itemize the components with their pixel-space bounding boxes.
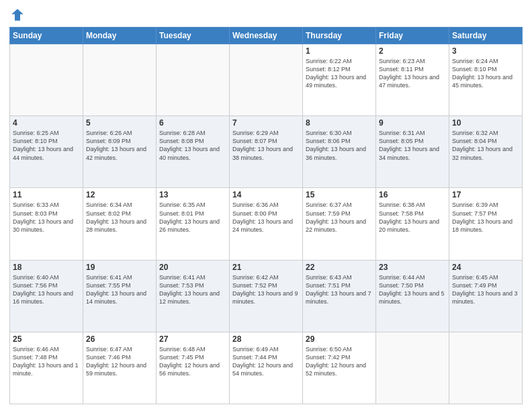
calendar-cell: 4Sunrise: 6:25 AM Sunset: 8:10 PM Daylig…: [10, 116, 83, 188]
weekday-header-row: SundayMondayTuesdayWednesdayThursdayFrid…: [10, 28, 523, 44]
day-number: 10: [452, 118, 519, 128]
day-number: 6: [159, 118, 226, 128]
day-number: 16: [379, 190, 446, 199]
calendar-cell: 26Sunrise: 6:47 AM Sunset: 7:46 PM Dayli…: [83, 332, 157, 404]
day-number: 24: [452, 263, 519, 272]
day-info: Sunrise: 6:50 AM Sunset: 7:42 PM Dayligh…: [306, 345, 373, 378]
calendar-cell: 17Sunrise: 6:39 AM Sunset: 7:57 PM Dayli…: [449, 188, 523, 260]
calendar-cell: 5Sunrise: 6:26 AM Sunset: 8:09 PM Daylig…: [83, 116, 157, 188]
calendar-cell: [10, 44, 83, 116]
calendar-cell: 24Sunrise: 6:45 AM Sunset: 7:49 PM Dayli…: [449, 260, 523, 332]
day-info: Sunrise: 6:35 AM Sunset: 8:01 PM Dayligh…: [159, 201, 226, 234]
day-number: 14: [232, 190, 300, 199]
day-number: 3: [452, 46, 519, 56]
calendar-cell: 22Sunrise: 6:43 AM Sunset: 7:51 PM Dayli…: [303, 260, 376, 332]
day-number: 27: [159, 334, 226, 344]
day-number: 7: [232, 118, 300, 128]
week-row-1: 4Sunrise: 6:25 AM Sunset: 8:10 PM Daylig…: [10, 116, 523, 188]
day-info: Sunrise: 6:26 AM Sunset: 8:09 PM Dayligh…: [86, 129, 153, 162]
day-info: Sunrise: 6:25 AM Sunset: 8:10 PM Dayligh…: [13, 129, 80, 162]
day-number: 29: [306, 334, 373, 344]
day-number: 28: [232, 334, 300, 344]
day-info: Sunrise: 6:38 AM Sunset: 7:58 PM Dayligh…: [379, 201, 446, 234]
svg-marker-0: [11, 9, 24, 21]
calendar-cell: 15Sunrise: 6:37 AM Sunset: 7:59 PM Dayli…: [303, 188, 376, 260]
day-info: Sunrise: 6:37 AM Sunset: 7:59 PM Dayligh…: [306, 201, 373, 234]
day-number: 19: [86, 263, 153, 272]
calendar-cell: 23Sunrise: 6:44 AM Sunset: 7:50 PM Dayli…: [376, 260, 449, 332]
week-row-4: 25Sunrise: 6:46 AM Sunset: 7:48 PM Dayli…: [10, 332, 523, 404]
calendar-cell: 25Sunrise: 6:46 AM Sunset: 7:48 PM Dayli…: [10, 332, 83, 404]
week-row-2: 11Sunrise: 6:33 AM Sunset: 8:03 PM Dayli…: [10, 188, 523, 260]
calendar-cell: 19Sunrise: 6:41 AM Sunset: 7:55 PM Dayli…: [83, 260, 157, 332]
calendar-cell: [449, 332, 523, 404]
calendar-cell: 20Sunrise: 6:41 AM Sunset: 7:53 PM Dayli…: [157, 260, 230, 332]
weekday-header-thursday: Thursday: [303, 28, 376, 44]
day-info: Sunrise: 6:49 AM Sunset: 7:44 PM Dayligh…: [232, 345, 300, 378]
calendar-cell: 18Sunrise: 6:40 AM Sunset: 7:56 PM Dayli…: [10, 260, 83, 332]
day-info: Sunrise: 6:45 AM Sunset: 7:49 PM Dayligh…: [452, 273, 519, 306]
calendar-cell: 27Sunrise: 6:48 AM Sunset: 7:45 PM Dayli…: [157, 332, 230, 404]
day-info: Sunrise: 6:47 AM Sunset: 7:46 PM Dayligh…: [86, 345, 153, 378]
calendar-cell: 13Sunrise: 6:35 AM Sunset: 8:01 PM Dayli…: [157, 188, 230, 260]
logo-icon: [9, 7, 26, 23]
calendar-cell: 28Sunrise: 6:49 AM Sunset: 7:44 PM Dayli…: [230, 332, 303, 404]
calendar-cell: [230, 44, 303, 116]
day-info: Sunrise: 6:40 AM Sunset: 7:56 PM Dayligh…: [13, 273, 80, 306]
calendar-cell: 10Sunrise: 6:32 AM Sunset: 8:04 PM Dayli…: [449, 116, 523, 188]
weekday-header-wednesday: Wednesday: [230, 28, 303, 44]
day-info: Sunrise: 6:39 AM Sunset: 7:57 PM Dayligh…: [452, 201, 519, 234]
day-info: Sunrise: 6:30 AM Sunset: 8:06 PM Dayligh…: [306, 129, 373, 162]
weekday-header-monday: Monday: [83, 28, 157, 44]
day-number: 17: [452, 190, 519, 199]
day-info: Sunrise: 6:24 AM Sunset: 8:10 PM Dayligh…: [452, 57, 519, 90]
day-info: Sunrise: 6:34 AM Sunset: 8:02 PM Dayligh…: [86, 201, 153, 234]
calendar-cell: 16Sunrise: 6:38 AM Sunset: 7:58 PM Dayli…: [376, 188, 449, 260]
day-info: Sunrise: 6:22 AM Sunset: 8:12 PM Dayligh…: [306, 57, 373, 90]
calendar-cell: 6Sunrise: 6:28 AM Sunset: 8:08 PM Daylig…: [157, 116, 230, 188]
calendar-cell: 29Sunrise: 6:50 AM Sunset: 7:42 PM Dayli…: [303, 332, 376, 404]
calendar-cell: 7Sunrise: 6:29 AM Sunset: 8:07 PM Daylig…: [230, 116, 303, 188]
day-number: 15: [306, 190, 373, 199]
day-number: 11: [13, 190, 80, 199]
weekday-header-friday: Friday: [376, 28, 449, 44]
day-number: 12: [86, 190, 153, 199]
day-info: Sunrise: 6:31 AM Sunset: 8:05 PM Dayligh…: [379, 129, 446, 162]
calendar-cell: 11Sunrise: 6:33 AM Sunset: 8:03 PM Dayli…: [10, 188, 83, 260]
calendar-cell: 8Sunrise: 6:30 AM Sunset: 8:06 PM Daylig…: [303, 116, 376, 188]
day-info: Sunrise: 6:42 AM Sunset: 7:52 PM Dayligh…: [232, 273, 300, 306]
day-info: Sunrise: 6:23 AM Sunset: 8:11 PM Dayligh…: [379, 57, 446, 90]
calendar-cell: [157, 44, 230, 116]
day-number: 1: [306, 46, 373, 56]
calendar-cell: 14Sunrise: 6:36 AM Sunset: 8:00 PM Dayli…: [230, 188, 303, 260]
day-number: 5: [86, 118, 153, 128]
day-info: Sunrise: 6:41 AM Sunset: 7:55 PM Dayligh…: [86, 273, 153, 306]
weekday-header-tuesday: Tuesday: [157, 28, 230, 44]
day-info: Sunrise: 6:41 AM Sunset: 7:53 PM Dayligh…: [159, 273, 226, 306]
day-number: 2: [379, 46, 446, 56]
logo: [9, 7, 28, 23]
day-number: 4: [13, 118, 80, 128]
calendar-cell: 3Sunrise: 6:24 AM Sunset: 8:10 PM Daylig…: [449, 44, 523, 116]
weekday-header-sunday: Sunday: [10, 28, 83, 44]
calendar-cell: 2Sunrise: 6:23 AM Sunset: 8:11 PM Daylig…: [376, 44, 449, 116]
day-info: Sunrise: 6:28 AM Sunset: 8:08 PM Dayligh…: [159, 129, 226, 162]
week-row-3: 18Sunrise: 6:40 AM Sunset: 7:56 PM Dayli…: [10, 260, 523, 332]
calendar-cell: [83, 44, 157, 116]
day-info: Sunrise: 6:36 AM Sunset: 8:00 PM Dayligh…: [232, 201, 300, 234]
calendar-table: SundayMondayTuesdayWednesdayThursdayFrid…: [9, 27, 523, 404]
calendar-cell: 21Sunrise: 6:42 AM Sunset: 7:52 PM Dayli…: [230, 260, 303, 332]
day-number: 25: [13, 334, 80, 344]
day-number: 18: [13, 263, 80, 272]
day-info: Sunrise: 6:29 AM Sunset: 8:07 PM Dayligh…: [232, 129, 300, 162]
day-info: Sunrise: 6:46 AM Sunset: 7:48 PM Dayligh…: [13, 345, 80, 378]
day-number: 20: [159, 263, 226, 272]
page: SundayMondayTuesdayWednesdayThursdayFrid…: [0, 0, 532, 411]
day-number: 8: [306, 118, 373, 128]
day-number: 23: [379, 263, 446, 272]
week-row-0: 1Sunrise: 6:22 AM Sunset: 8:12 PM Daylig…: [10, 44, 523, 116]
calendar-cell: 9Sunrise: 6:31 AM Sunset: 8:05 PM Daylig…: [376, 116, 449, 188]
day-info: Sunrise: 6:32 AM Sunset: 8:04 PM Dayligh…: [452, 129, 519, 162]
day-number: 21: [232, 263, 300, 272]
calendar-cell: 1Sunrise: 6:22 AM Sunset: 8:12 PM Daylig…: [303, 44, 376, 116]
